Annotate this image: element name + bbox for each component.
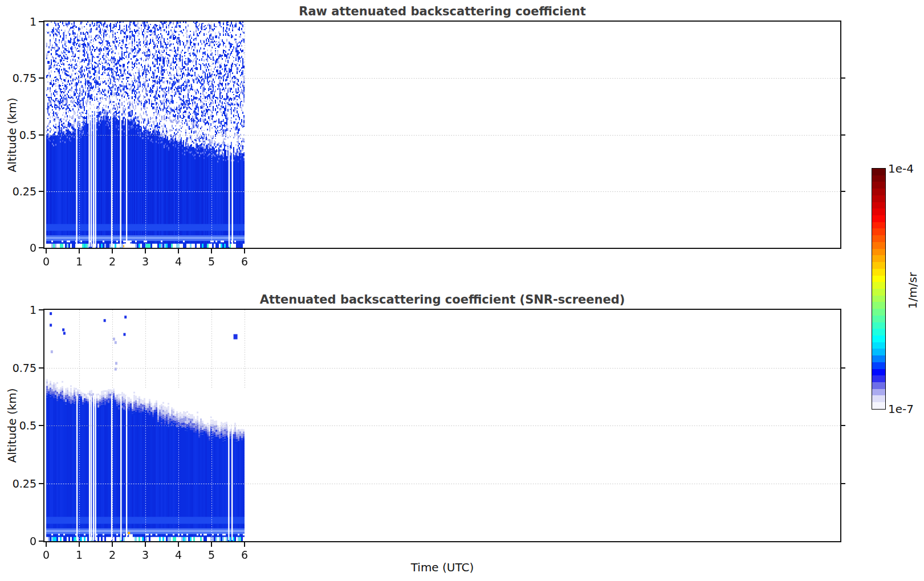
x-tick-label: 0 <box>34 549 59 561</box>
x-tick <box>46 249 47 253</box>
x-tick <box>79 542 80 547</box>
y-tick <box>39 191 43 192</box>
x-tick-label: 4 <box>166 549 191 561</box>
colorbar-band <box>872 175 885 182</box>
colorbar-band <box>872 329 885 335</box>
x-tick-label: 6 <box>232 549 257 561</box>
colorbar-band <box>872 282 885 289</box>
x-tick-label: 4 <box>166 255 191 268</box>
screened-backscatter-heatmap <box>43 309 841 542</box>
y-tick <box>39 309 43 310</box>
y-tick <box>39 77 43 79</box>
raw-plot-title: Raw attenuated backscattering coefficien… <box>43 5 841 18</box>
colorbar-min-label: 1e-7 <box>888 402 914 416</box>
x-tick <box>244 542 245 547</box>
y-tick-label: 0.5 <box>6 129 36 141</box>
x-tick-label: 2 <box>100 255 125 268</box>
screened-plot-title: Attenuated backscattering coefficient (S… <box>43 293 841 306</box>
x-tick-label: 1 <box>67 255 92 268</box>
y-tick <box>39 367 43 369</box>
colorbar-band <box>872 249 885 256</box>
colorbar-band <box>872 189 885 195</box>
y-tick <box>39 425 43 426</box>
x-tick <box>211 542 212 547</box>
x-tick-label: 2 <box>100 549 125 561</box>
x-tick <box>211 249 212 253</box>
colorbar-band <box>872 349 885 355</box>
colorbar-band <box>872 269 885 276</box>
right-tick <box>841 77 845 79</box>
right-tick <box>841 134 845 136</box>
y-tick <box>39 247 43 248</box>
y-tick-label: 0.75 <box>6 362 36 374</box>
y-tick-label: 1 <box>6 15 36 28</box>
colorbar-band <box>872 362 885 369</box>
colorbar-band <box>872 276 885 283</box>
y-tick-label: 0 <box>6 535 36 547</box>
x-tick-label: 5 <box>199 549 224 561</box>
right-tick <box>841 425 845 426</box>
colorbar-band <box>872 382 885 389</box>
colorbar-band <box>872 309 885 316</box>
colorbar-band <box>872 316 885 322</box>
colorbar-band <box>872 296 885 302</box>
right-tick <box>841 191 845 192</box>
x-tick <box>145 249 146 253</box>
y-tick <box>39 21 43 22</box>
y-tick-label: 0.5 <box>6 419 36 432</box>
x-tick <box>178 249 179 253</box>
colorbar-band <box>872 235 885 242</box>
y-tick <box>39 483 43 484</box>
colorbar-band <box>872 242 885 249</box>
colorbar-band <box>872 302 885 309</box>
y-tick-label: 0 <box>6 242 36 254</box>
right-tick <box>841 483 845 484</box>
figure-canvas: Raw attenuated backscattering coefficien… <box>0 0 924 581</box>
x-tick <box>112 249 113 253</box>
colorbar-band <box>872 182 885 189</box>
colorbar-band <box>872 289 885 296</box>
x-tick <box>244 249 245 253</box>
colorbar-band <box>872 195 885 202</box>
x-tick-label: 3 <box>133 549 158 561</box>
x-tick <box>46 542 47 547</box>
colorbar-band <box>872 255 885 262</box>
x-tick <box>145 542 146 547</box>
colorbar-band <box>872 222 885 229</box>
colorbar-band <box>872 228 885 235</box>
colorbar-unit-label: 1/m/sr <box>906 272 919 309</box>
colorbar-band <box>872 395 885 402</box>
colorbar-band <box>872 262 885 269</box>
right-tick <box>841 367 845 369</box>
x-tick-label: 1 <box>67 549 92 561</box>
x-tick-label: 0 <box>34 255 59 268</box>
y-tick-label: 0.25 <box>6 185 36 198</box>
x-tick <box>178 542 179 547</box>
raw-backscatter-heatmap <box>43 21 841 249</box>
x-tick <box>79 249 80 253</box>
x-tick-label: 3 <box>133 255 158 268</box>
y-tick-label: 0.25 <box>6 477 36 490</box>
colorbar-band <box>872 369 885 376</box>
x-tick-label: 5 <box>199 255 224 268</box>
colorbar-band <box>872 215 885 222</box>
colorbar-band <box>872 322 885 329</box>
colorbar-max-label: 1e-4 <box>888 162 914 175</box>
colorbar-band <box>872 389 885 396</box>
time-axis-label: Time (UTC) <box>43 560 841 574</box>
colorbar-band <box>872 375 885 382</box>
x-tick <box>112 542 113 547</box>
y-tick-label: 1 <box>6 304 36 316</box>
x-tick-label: 6 <box>232 255 257 268</box>
y-tick <box>39 134 43 136</box>
colorbar <box>872 168 886 410</box>
colorbar-band <box>872 208 885 215</box>
colorbar-band <box>872 202 885 209</box>
colorbar-band <box>872 402 885 409</box>
colorbar-band <box>872 342 885 349</box>
colorbar-band <box>872 335 885 342</box>
colorbar-band <box>872 355 885 362</box>
colorbar-band <box>872 169 885 175</box>
y-tick <box>39 541 43 542</box>
y-tick-label: 0.75 <box>6 72 36 84</box>
